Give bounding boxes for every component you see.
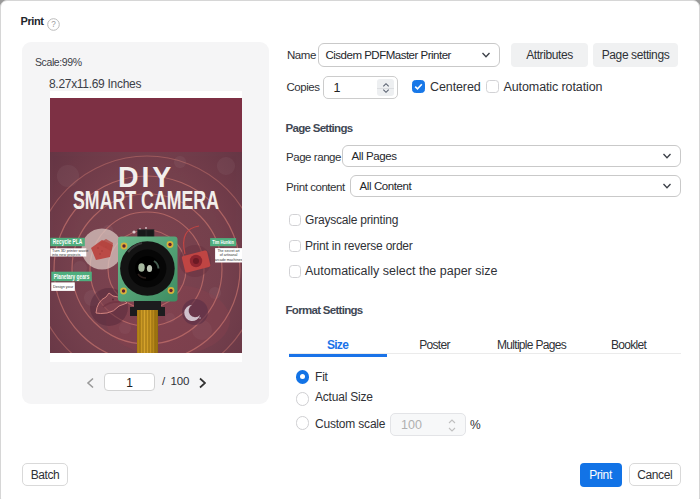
svg-text:Tim Hunkin: Tim Hunkin — [212, 239, 234, 245]
svg-text:?: ? — [51, 20, 56, 29]
svg-text:Planetary gears: Planetary gears — [54, 273, 90, 281]
svg-text:into new projects: into new projects — [52, 253, 81, 257]
svg-text:Design your: Design your — [53, 285, 74, 289]
svg-text:SMART CAMERA: SMART CAMERA — [73, 185, 219, 215]
svg-text:arcade machines: arcade machines — [215, 258, 242, 262]
svg-text:Recycle PLA: Recycle PLA — [53, 238, 83, 246]
